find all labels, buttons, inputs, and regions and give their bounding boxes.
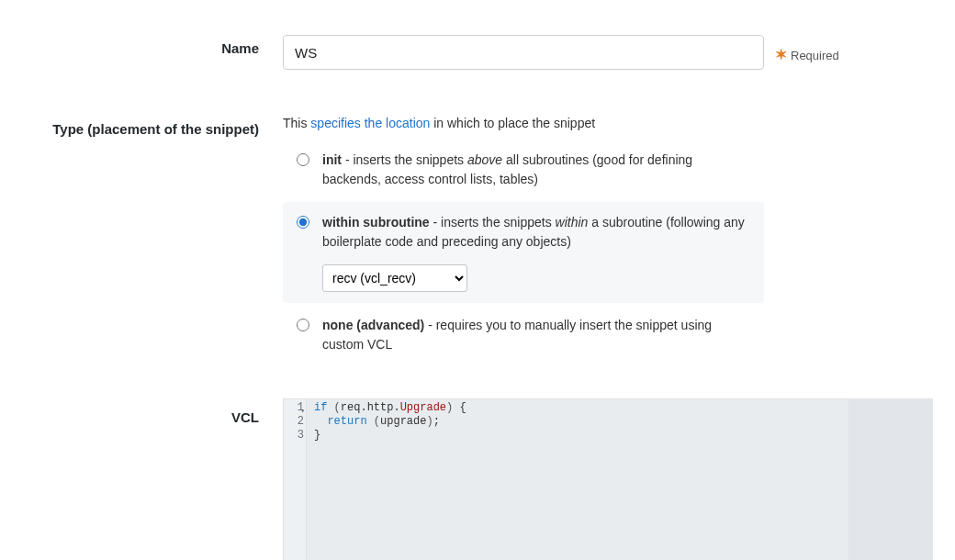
- gutter-line: 3: [284, 429, 304, 442]
- snippet-form: Name ✶Required Type (placement of the sn…: [0, 0, 955, 560]
- editor-code[interactable]: if (req.http.Upgrade) { return (upgrade)…: [307, 399, 932, 560]
- row-type: Type (placement of the snippet) This spe…: [0, 116, 955, 365]
- radio-none-title: none (advanced): [322, 318, 424, 332]
- radio-none-body: none (advanced) - requires you to manual…: [322, 316, 753, 354]
- radio-within-body: within subroutine - inserts the snippets…: [322, 213, 753, 292]
- radio-within[interactable]: [297, 216, 309, 229]
- fold-caret-icon[interactable]: ▾: [298, 404, 305, 410]
- row-name: Name ✶Required: [0, 35, 955, 70]
- row-vcl: VCL 1▾23 if (req.http.Upgrade) { return …: [0, 398, 955, 560]
- radio-option-init[interactable]: init - inserts the snippets above all su…: [283, 140, 764, 200]
- code-line[interactable]: return (upgrade);: [314, 415, 932, 429]
- type-desc-post: in which to place the snippet: [430, 116, 595, 130]
- type-description: This specifies the location in which to …: [283, 116, 764, 130]
- type-desc-pre: This: [283, 116, 310, 130]
- radio-within-title: within subroutine: [322, 215, 430, 230]
- required-asterisk-icon: ✶: [775, 47, 787, 62]
- radio-none[interactable]: [297, 319, 309, 331]
- code-line[interactable]: if (req.http.Upgrade) {: [314, 401, 932, 415]
- code-line[interactable]: }: [314, 429, 932, 442]
- specifies-location-link[interactable]: specifies the location: [310, 116, 430, 130]
- editor-gutter: 1▾23: [284, 399, 307, 560]
- required-text: Required: [791, 49, 839, 62]
- type-label: Type (placement of the snippet): [0, 116, 283, 137]
- radio-option-none[interactable]: none (advanced) - requires you to manual…: [283, 305, 764, 365]
- name-label: Name: [0, 35, 283, 56]
- vcl-editor[interactable]: 1▾23 if (req.http.Upgrade) { return (upg…: [283, 398, 933, 560]
- editor-margin-stripe: [848, 398, 933, 560]
- radio-init-body: init - inserts the snippets above all su…: [322, 151, 753, 189]
- subroutine-select[interactable]: recv (vcl_recv): [322, 264, 467, 292]
- gutter-line: 2: [284, 415, 304, 429]
- name-input[interactable]: [283, 35, 764, 70]
- radio-init-title: init: [322, 152, 342, 167]
- radio-init[interactable]: [297, 153, 309, 166]
- vcl-label: VCL: [0, 398, 283, 425]
- gutter-line: 1▾: [284, 401, 304, 415]
- required-indicator: ✶Required: [764, 35, 839, 63]
- radio-option-within[interactable]: within subroutine - inserts the snippets…: [283, 202, 764, 303]
